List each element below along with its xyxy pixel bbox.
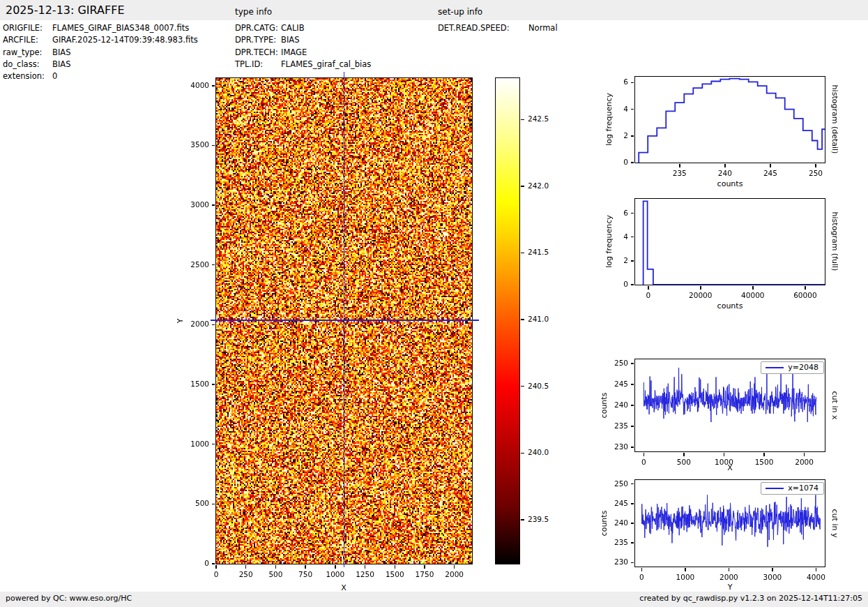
y-tick-label: 230 (592, 442, 628, 451)
meta-value: FLAMES_GIRAF_BIAS348_0007.fits (52, 23, 189, 33)
meta-value: IMAGE (281, 47, 307, 57)
colorbar-tick-label: 241.5 (528, 248, 549, 256)
qc-rawdisp-page: 2025-12-13: GIRAFFE type info set-up inf… (0, 0, 868, 607)
y-tick-mark (631, 109, 634, 110)
y-tick-mark (631, 135, 634, 137)
y-tick-mark (631, 363, 634, 364)
y-tick-mark (631, 503, 634, 504)
x-tick-mark (644, 453, 645, 456)
x-tick-label: 2000 (430, 570, 479, 578)
y-tick-label: 1000 (173, 440, 209, 448)
y-tick-label: 2 (592, 256, 628, 264)
cut-x-side-label: cut in x (830, 391, 839, 420)
x-tick-label: 4000 (791, 573, 840, 581)
x-tick-label: 1000 (661, 573, 710, 581)
x-tick-mark (752, 286, 754, 290)
y-tick-label: 245 (592, 380, 628, 388)
x-tick-mark (772, 568, 773, 571)
meta-row: do_class:BIAS (3, 59, 70, 69)
meta-row: DPR.CATG:CALIB (235, 23, 305, 33)
y-tick-label: 240 (592, 518, 628, 527)
x-tick-label: 40000 (729, 291, 777, 299)
y-tick-mark (631, 237, 634, 238)
crosshair-horizontal-line (211, 320, 479, 321)
x-tick-label: 20000 (676, 291, 725, 299)
y-tick-mark (212, 324, 215, 326)
y-tick-mark (631, 384, 634, 385)
colorbar-tick-label: 239.5 (528, 515, 549, 523)
y-tick-mark (212, 145, 215, 147)
x-tick-mark (454, 565, 455, 569)
cut-y-side-label: cut in y (830, 509, 839, 538)
y-tick-label: 240 (592, 400, 628, 409)
y-tick-label: 250 (592, 479, 628, 488)
x-tick-mark (729, 568, 730, 571)
x-tick-mark (215, 565, 217, 569)
colorbar-tick-label: 240.0 (528, 448, 549, 456)
meta-label: ARCFILE: (3, 35, 52, 45)
y-tick-mark (212, 504, 215, 505)
legend-line-sample (766, 488, 784, 489)
y-tick-mark (212, 384, 215, 385)
x-tick-mark (679, 164, 680, 167)
x-tick-mark (683, 453, 685, 456)
y-tick-mark (631, 542, 634, 544)
hist-detail-side-label: histogram (detail) (830, 85, 839, 154)
y-tick-mark (631, 562, 634, 564)
y-tick-mark (631, 260, 634, 262)
y-tick-label: 0 (592, 280, 628, 288)
y-tick-mark (212, 563, 215, 564)
x-tick-mark (685, 568, 686, 571)
x-tick-mark (245, 565, 247, 569)
y-tick-mark (631, 484, 634, 485)
cut-y-legend-label: x=1074 (788, 484, 818, 493)
x-tick-mark (805, 286, 806, 290)
cut-x-legend-label: y=2048 (788, 363, 818, 372)
y-tick-label: 235 (592, 538, 628, 546)
y-tick-mark (631, 426, 634, 427)
meta-row: extension:0 (3, 71, 57, 81)
colorbar-tick-mark (521, 186, 524, 187)
meta-row: DET.READ.SPEED:Normal (438, 23, 558, 33)
y-tick-mark (212, 264, 215, 266)
x-tick-mark (804, 453, 805, 456)
y-tick-mark (631, 405, 634, 406)
colorbar-tick-label: 241.0 (528, 315, 549, 323)
meta-value: BIAS (52, 59, 70, 69)
y-tick-label: 230 (592, 557, 628, 566)
x-tick-mark (365, 565, 366, 569)
colorbar-tick-mark (521, 386, 524, 387)
colorbar-tick-mark (521, 519, 524, 520)
setup-info-heading: set-up info (438, 7, 482, 17)
colorbar-tick-label: 242.0 (528, 181, 549, 190)
meta-row: ARCFILE:GIRAF.2025-12-14T09:39:48.983.fi… (3, 35, 198, 45)
colorbar (496, 78, 519, 564)
y-tick-mark (631, 213, 634, 214)
colorbar-tick-mark (521, 453, 524, 454)
x-tick-label: 2000 (704, 573, 753, 581)
x-tick-mark (724, 453, 725, 456)
y-tick-label: 4 (592, 232, 628, 241)
y-tick-mark (631, 284, 634, 285)
y-tick-mark (631, 162, 634, 163)
y-tick-label: 500 (173, 499, 209, 507)
header-bar (0, 0, 868, 20)
y-tick-label: 6 (592, 77, 628, 86)
meta-value: Normal (528, 23, 558, 33)
meta-row: raw_type:BIAS (3, 47, 70, 57)
y-tick-label: 4000 (173, 81, 209, 89)
hist-detail-xaxis-label: counts (717, 179, 743, 188)
y-tick-label: 2500 (173, 260, 209, 269)
meta-value: BIAS (52, 47, 70, 57)
colorbar-tick-mark (521, 119, 524, 121)
x-tick-mark (275, 565, 277, 569)
x-tick-label: 0 (624, 291, 673, 299)
meta-label: ORIGFILE: (3, 23, 52, 33)
x-tick-label: 240 (701, 169, 749, 177)
meta-label: extension: (3, 71, 52, 81)
meta-label: DET.READ.SPEED: (438, 23, 528, 33)
x-tick-label: 3000 (748, 573, 797, 581)
x-tick-label: 235 (655, 169, 704, 177)
footer-left-text: powered by QC: www.eso.org/HC (6, 594, 132, 603)
colorbar-tick-label: 240.5 (528, 382, 549, 390)
